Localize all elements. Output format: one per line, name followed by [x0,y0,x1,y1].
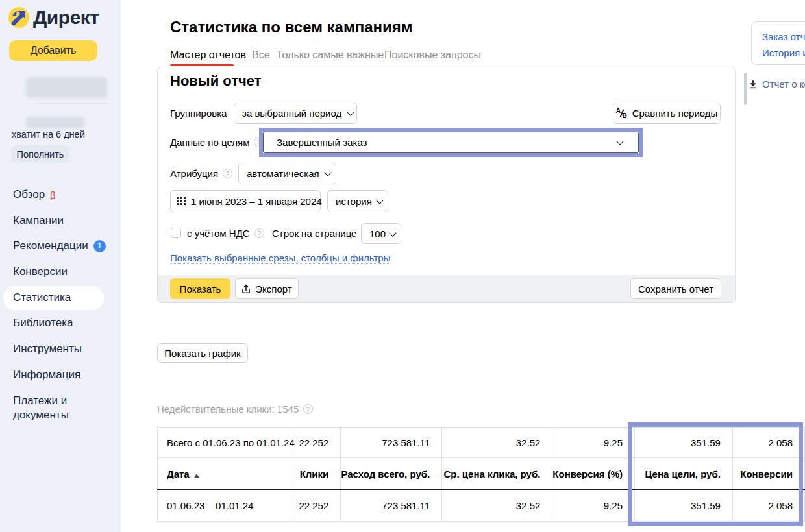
active-tab-underline [170,64,234,66]
export-button[interactable]: Экспорт [235,278,299,299]
sidebar-item-label: Библиотека [13,317,73,330]
tab-most-important[interactable]: Только самые важные [277,49,384,61]
sidebar-item-conversions[interactable]: Конверсии [13,265,68,278]
header-conversions[interactable]: Конверсии [732,458,804,490]
history-select[interactable]: история [327,190,388,212]
add-button[interactable]: Добавить [9,40,97,61]
beta-badge: β [50,189,56,200]
totals-label: Всего с 01.06.23 по 01.01.24 [158,428,295,458]
totals-cost: 723 581.11 [341,428,442,458]
tab-all[interactable]: Все [252,49,270,61]
tab-search-queries[interactable]: Поисковые запросы [384,49,481,61]
goals-select[interactable]: Завершенный заказ [263,132,639,153]
attribution-label: Атрибуция [170,168,218,179]
attribution-select[interactable]: автоматическая [238,163,336,184]
sidebar-item-label: Статистика [13,291,71,304]
date-range-value: 1 июня 2023 – 1 января 2024 [191,196,322,207]
grouping-value: за выбранный период [242,108,341,119]
direct-logo-icon [8,7,29,28]
topup-button[interactable]: Пополнить [11,145,69,163]
vat-label: с учётом НДС [187,228,250,239]
chevron-down-icon [324,169,331,176]
rows-per-page-select[interactable]: 100 [361,223,401,244]
header-goal-cost[interactable]: Цена цели, руб. [635,458,733,490]
goals-label: Данные по целям [170,137,249,148]
count-badge: 1 [93,240,106,252]
blurred-account-name [26,77,107,98]
date-range-button[interactable]: 1 июня 2023 – 1 января 2024 [170,190,321,212]
goals-label-row: Данные по целям [170,137,264,148]
sidebar-item-information[interactable]: Информация [13,369,80,381]
row-avg-cpc: 32.52 [442,490,552,522]
row-cost: 723 581.11 [341,490,442,522]
totals-clicks: 22 252 [295,428,341,458]
report-title: Новый отчет [170,73,261,90]
sidebar-item-overview[interactable]: Обзор β [13,188,56,201]
export-label: Экспорт [255,284,291,295]
header-date-label: Дата [167,468,190,479]
show-chart-button[interactable]: Показать график [157,343,248,363]
sidebar-item-campaigns[interactable]: Кампании [13,214,64,227]
goals-value: Завершенный заказ [277,137,367,148]
sidebar-item-payments[interactable]: Платежи и документы [13,394,97,422]
row-clicks: 22 252 [295,490,341,522]
grouping-select[interactable]: за выбранный период [234,103,357,124]
sidebar-item-library[interactable]: Библиотека [13,317,73,330]
sidebar: Директ Добавить хватит на 6 дней Пополни… [0,0,121,532]
header-cost[interactable]: Расход всего, руб. [341,458,442,490]
yandex-direct-app: Директ Добавить хватит на 6 дней Пополни… [0,0,805,532]
change-history-link[interactable]: История и [762,45,805,61]
row-conversion-rate: 9.25 [552,490,635,522]
sidebar-item-label: Обзор [13,188,45,201]
row-conversions: 2 058 [732,490,804,522]
show-slices-link[interactable]: Показать выбранные срезы, столбцы и филь… [170,252,390,264]
sidebar-item-label: Конверсии [13,265,68,278]
scrollbar-thumb[interactable] [744,73,747,105]
header-conversion-rate[interactable]: Конверсия (%) [552,458,635,490]
row-goal-cost: 351.59 [635,490,733,522]
invalid-clicks-note: Недействительные клики: 1545 [157,404,313,415]
compare-periods-label: Сравнить периоды [632,108,718,119]
rows-per-page-value: 100 [369,228,386,239]
page-title: Статистика по всем кампаниям [170,18,413,36]
invalid-clicks-text: Недействительные клики: 1545 [157,404,299,415]
help-icon[interactable] [254,228,264,238]
vat-label-row: с учётом НДС [187,228,264,239]
compare-periods-button[interactable]: Сравнить периоды [613,103,721,124]
order-report-link[interactable]: Заказ отче [762,29,805,45]
help-icon[interactable] [303,404,313,414]
sidebar-item-label: Информация [13,369,80,381]
sidebar-item-label: Инструменты [13,343,82,356]
history-value: история [336,196,372,207]
export-upload-icon [242,284,251,294]
totals-conversions: 2 058 [732,428,804,458]
sidebar-item-tools[interactable]: Инструменты [13,343,82,356]
sidebar-divider [36,103,108,104]
save-report-button[interactable]: Сохранить отчет [630,278,721,299]
attribution-label-row: Атрибуция [170,168,232,179]
sort-asc-icon [194,474,199,478]
attribution-value: автоматическая [247,168,319,179]
header-date[interactable]: Дата [158,458,295,490]
totals-conversion-rate: 9.25 [552,428,635,458]
show-button[interactable]: Показать [170,278,230,299]
logo[interactable]: Директ [8,6,99,29]
totals-goal-cost: 351.59 [635,428,733,458]
ab-compare-icon [616,108,627,119]
tab-report-wizard[interactable]: Мастер отчетов [170,49,246,61]
sidebar-item-label: Платежи и документы [13,394,97,422]
sidebar-item-statistics[interactable]: Статистика [13,291,71,304]
vat-checkbox[interactable] [171,228,181,238]
goals-highlight-box: Завершенный заказ [259,128,643,157]
totals-avg-cpc: 32.52 [442,428,552,458]
chevron-down-icon [376,197,383,204]
report-download-link[interactable]: Отчет о ко [749,79,805,90]
sidebar-item-recommendations[interactable]: Рекомендации 1 [13,239,106,252]
help-icon[interactable] [223,169,232,178]
reports-links-card: Заказ отче История и [751,21,805,65]
header-avg-cpc[interactable]: Ср. цена клика, руб. [442,458,552,490]
balance-hint: хватит на 6 дней [12,129,85,139]
download-icon [749,80,758,89]
table-row: 01.06.23 – 01.01.24 22 252 723 581.11 32… [158,490,805,522]
header-clicks[interactable]: Клики [295,458,341,490]
